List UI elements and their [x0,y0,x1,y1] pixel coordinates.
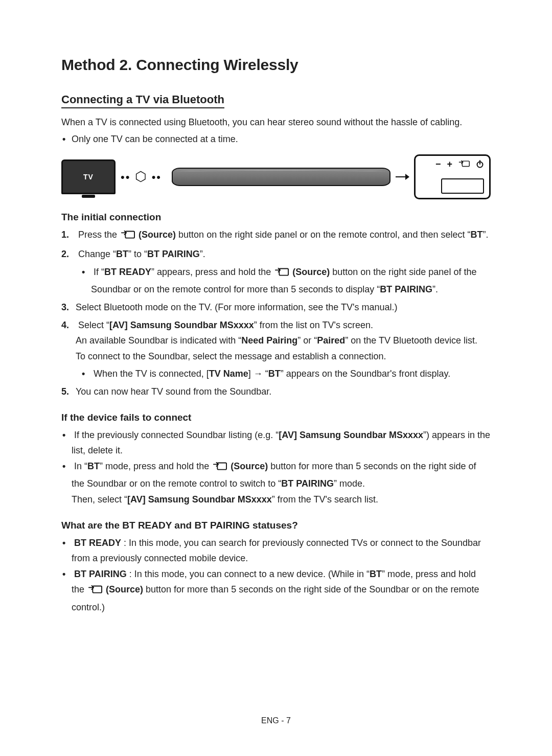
source-icon [213,461,227,476]
status-bullet-pairing: BT PAIRING : In this mode, you can conne… [72,566,491,615]
heading-fail: If the device fails to connect [61,412,491,423]
step-2-sub: If “BT READY” appears, press and hold th… [91,264,491,297]
source-icon [274,266,289,282]
plus-icon: + [447,159,452,170]
power-icon [476,160,484,168]
step-5: You can now hear TV sound from the Sound… [76,384,491,400]
bluetooth-wave-icon: •• ⬡︎ •• [121,169,162,185]
step-1: Press the (Source) button on the right s… [76,227,491,245]
source-icon [121,229,135,245]
heading-method: Method 2. Connecting Wirelessly [61,56,491,74]
step-4: Select “[AV] Samsung Soundbar MSxxxx” fr… [76,317,491,382]
manual-page: Method 2. Connecting Wirelessly Connecti… [0,0,552,756]
status-bullet-ready: BT READY : In this mode, you can search … [72,535,491,566]
page-footer: ENG - 7 [0,716,552,725]
tv-icon: TV [61,159,116,194]
callout-line-icon [396,176,409,177]
minus-icon: − [435,159,441,170]
source-icon [458,159,470,169]
side-panel-icon: − + [414,154,491,199]
step-2: Change “BT” to “BT PAIRING”. If “BT READ… [76,246,491,297]
step-3: Select Bluetooth mode on the TV. (For mo… [76,300,491,315]
heading-status: What are the BT READY and BT PAIRING sta… [61,520,491,531]
step-4-sub: When the TV is connected, [TV Name] → “B… [91,366,491,382]
fail-bullet-1: If the previously connected Soundbar lis… [72,427,491,459]
source-icon [88,584,102,600]
intro-text: When a TV is connected using Bluetooth, … [61,116,491,129]
fail-bullet-2: In “BT” mode, press and hold the (Source… [72,459,491,508]
intro-bullet: Only one TV can be connected at a time. [72,131,491,147]
panel-display-icon [441,178,484,194]
connection-diagram: TV •• ⬡︎ •• − + [61,154,491,199]
heading-bluetooth: Connecting a TV via Bluetooth [61,93,224,108]
soundbar-icon [172,168,390,186]
steps-list: Press the (Source) button on the right s… [61,227,491,400]
heading-initial: The initial connection [61,212,491,223]
